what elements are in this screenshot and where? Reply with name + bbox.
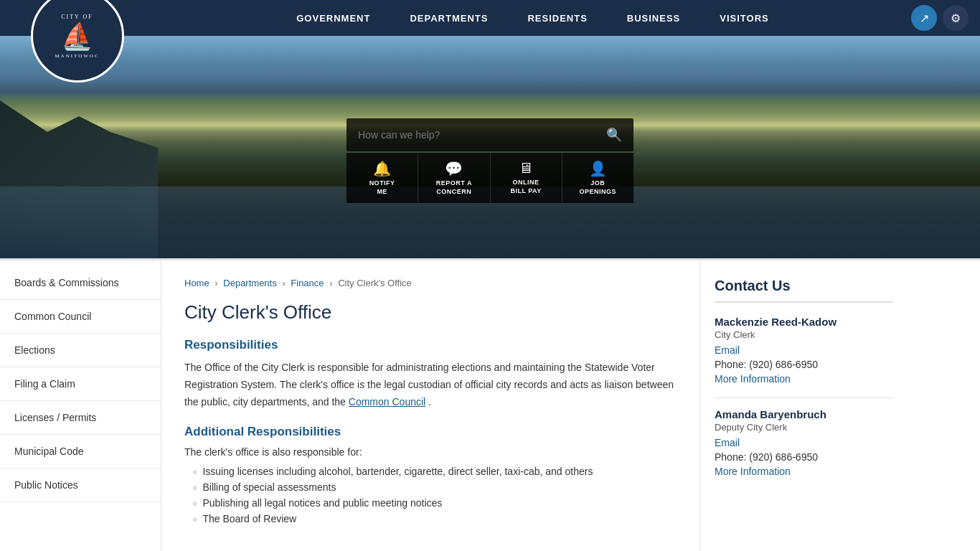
sidebar-item-filing[interactable]: Filing a Claim: [0, 367, 161, 401]
sidebar-item-council[interactable]: Common Council: [0, 300, 161, 334]
bullet-icon: ○: [193, 468, 197, 476]
additional-intro: The clerk's office is also responsible f…: [184, 446, 677, 458]
list-item-1: ○ Issuing licenses including alcohol, ba…: [193, 463, 677, 479]
breadcrumb-departments[interactable]: Departments: [223, 278, 276, 288]
contact-2-name: Amanda Baryenbruch: [715, 408, 893, 420]
contact-2: Amanda Baryenbruch Deputy City Clerk Ema…: [715, 408, 893, 477]
responsibilities-suffix: .: [428, 396, 431, 408]
logo-icon: ⛵: [61, 22, 93, 52]
list-item-4: ○ The Board of Review: [193, 511, 677, 527]
contact-1-name: Mackenzie Reed-Kadow: [715, 316, 893, 328]
bullet-icon: ○: [193, 500, 197, 507]
search-box: 🔍: [347, 118, 633, 151]
contact-title: Contact Us: [715, 278, 893, 303]
quick-link-notify[interactable]: 🔔 NOTIFYME: [347, 153, 418, 203]
sidebar: Boards & Commissions Common Council Elec…: [0, 260, 161, 551]
sidebar-item-licenses[interactable]: Licenses / Permits: [0, 401, 161, 435]
quick-links-bar: 🔔 NOTIFYME 💬 REPORT ACONCERN 🖥 ONLINEBIL…: [347, 153, 633, 203]
main-nav: GOVERNMENT DEPARTMENTS RESIDENTS BUSINES…: [154, 13, 911, 24]
hero-section: 🔍 🔔 NOTIFYME 💬 REPORT ACONCERN 🖥 ONLINEB…: [0, 36, 980, 258]
breadcrumb: Home › Departments › Finance › City Cler…: [184, 278, 677, 288]
site-header: City of ⛵ Manitowoc GOVERNMENT DEPARTMEN…: [0, 0, 980, 36]
contact-1-email[interactable]: Email: [715, 344, 893, 356]
bullet-icon: ○: [193, 484, 197, 491]
quick-link-jobs[interactable]: 👤 JOBOPENINGS: [562, 153, 633, 203]
nav-visitors[interactable]: VISITORS: [720, 13, 768, 24]
nav-departments[interactable]: DEPARTMENTS: [410, 13, 488, 24]
list-item-3: ○ Publishing all legal notices and publi…: [193, 495, 677, 511]
bullet-icon: ○: [193, 516, 197, 523]
contact-1: Mackenzie Reed-Kadow City Clerk Email Ph…: [715, 316, 893, 385]
share-button[interactable]: ↗: [911, 5, 937, 31]
report-label: REPORT ACONCERN: [436, 179, 472, 196]
responsibilities-heading: Responsibilities: [184, 338, 677, 352]
responsibilities-body: The Office of the City Clerk is responsi…: [184, 359, 677, 410]
bill-label: ONLINEBILL PAY: [510, 179, 541, 195]
contact-2-email[interactable]: Email: [715, 437, 893, 448]
contact-divider: [715, 397, 893, 398]
content-wrapper: Boards & Commissions Common Council Elec…: [0, 258, 980, 551]
sidebar-item-municipal[interactable]: Municipal Code: [0, 435, 161, 468]
contact-2-phone: Phone: (920) 686-6950: [715, 451, 893, 463]
jobs-icon: 👤: [589, 160, 607, 177]
nav-business[interactable]: BUSINESS: [627, 13, 680, 24]
list-item-2: ○ Billing of special assessments: [193, 479, 677, 495]
quick-link-report[interactable]: 💬 REPORT ACONCERN: [418, 153, 490, 203]
header-action-icons: ↗ ⚙: [911, 5, 980, 31]
responsibilities-section: Responsibilities The Office of the City …: [184, 338, 677, 410]
sidebar-item-boards[interactable]: Boards & Commissions: [0, 266, 161, 300]
additional-section: Additional Responsibilities The clerk's …: [184, 425, 677, 527]
report-icon: 💬: [445, 160, 463, 177]
page-title: City Clerk's Office: [184, 301, 677, 324]
additional-heading: Additional Responsibilities: [184, 425, 677, 439]
contact-2-role: Deputy City Clerk: [715, 422, 893, 433]
contact-1-more[interactable]: More Information: [715, 373, 893, 385]
breadcrumb-sep-3: ›: [329, 278, 332, 288]
nav-government[interactable]: GOVERNMENT: [296, 13, 370, 24]
breadcrumb-sep-1: ›: [215, 278, 217, 288]
jobs-label: JOBOPENINGS: [580, 179, 617, 196]
nav-residents[interactable]: RESIDENTS: [527, 13, 587, 24]
notify-icon: 🔔: [373, 160, 391, 177]
breadcrumb-finance[interactable]: Finance: [291, 278, 324, 288]
logo-city-of: City of: [61, 14, 93, 20]
sidebar-item-elections[interactable]: Elections: [0, 334, 161, 367]
contact-1-phone: Phone: (920) 686-6950: [715, 359, 893, 370]
sidebar-item-notices[interactable]: Public Notices: [0, 468, 161, 502]
bill-icon: 🖥: [519, 160, 533, 176]
breadcrumb-home[interactable]: Home: [184, 278, 209, 288]
notify-label: NOTIFYME: [369, 179, 395, 196]
logo-name: Manitowoc: [55, 53, 99, 59]
main-article: Home › Departments › Finance › City Cler…: [161, 260, 699, 551]
contact-2-more[interactable]: More Information: [715, 466, 893, 477]
search-icon[interactable]: 🔍: [606, 127, 622, 143]
breadcrumb-current: City Clerk's Office: [338, 278, 412, 288]
quick-link-bill[interactable]: 🖥 ONLINEBILL PAY: [491, 153, 562, 203]
additional-list: ○ Issuing licenses including alcohol, ba…: [184, 463, 677, 527]
contact-panel: Contact Us Mackenzie Reed-Kadow City Cle…: [699, 260, 908, 551]
settings-button[interactable]: ⚙: [943, 5, 969, 31]
common-council-link[interactable]: Common Council: [349, 396, 425, 408]
search-input[interactable]: [358, 129, 606, 141]
breadcrumb-sep-2: ›: [282, 278, 285, 288]
contact-1-role: City Clerk: [715, 329, 893, 340]
search-panel: 🔍 🔔 NOTIFYME 💬 REPORT ACONCERN 🖥 ONLINEB…: [347, 118, 633, 203]
